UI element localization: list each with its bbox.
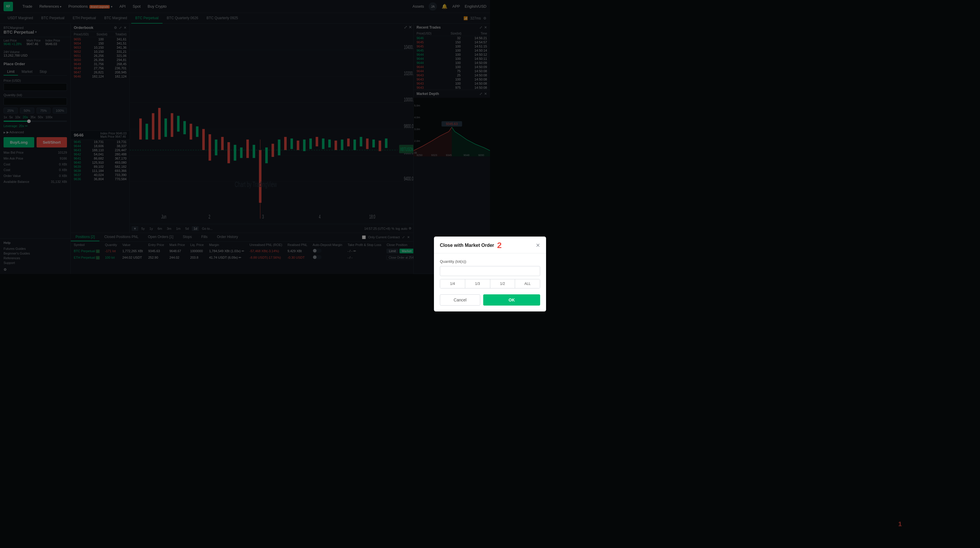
modal-header: Close with Market Order 2 ✕ <box>434 237 490 253</box>
modal-qty-label: Quantity (lot(s)) <box>440 259 490 264</box>
close-market-order-modal: Close with Market Order 2 ✕ Quantity (lo… <box>434 237 490 274</box>
modal-overlay[interactable]: Close with Market Order 2 ✕ Quantity (lo… <box>0 0 490 274</box>
modal-qty-input[interactable] <box>440 266 490 274</box>
modal-body: Quantity (lot(s)) 1/4 1/3 1/2 ALL Cancel… <box>434 253 490 274</box>
modal-title: Close with Market Order <box>440 243 490 248</box>
